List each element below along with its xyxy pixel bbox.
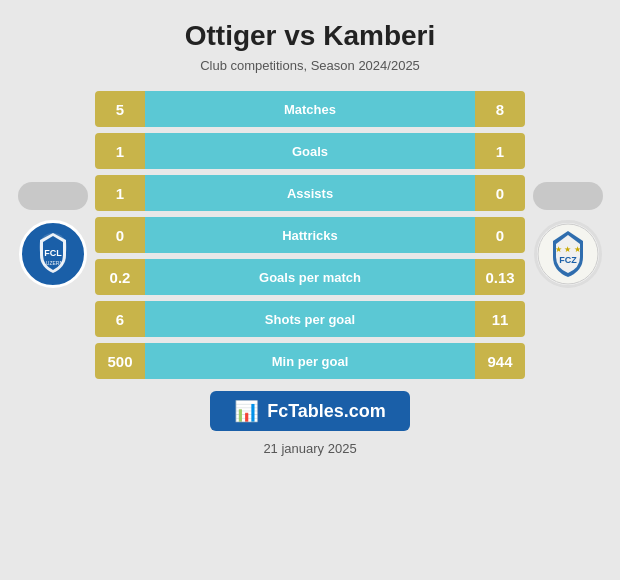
stat-label-shots-per-goal: Shots per goal (145, 301, 475, 337)
stat-right-hattricks: 0 (475, 217, 525, 253)
left-team-badge: FCL LUZERN (19, 220, 87, 288)
stat-row-hattricks: 0 Hattricks 0 (95, 217, 525, 253)
svg-text:FCZ: FCZ (559, 255, 577, 265)
svg-text:FCL: FCL (44, 248, 62, 258)
fctables-text: FcTables.com (267, 401, 386, 422)
chart-icon: 📊 (234, 399, 259, 423)
stat-right-min-per-goal: 944 (475, 343, 525, 379)
fcz-logo-svg: ★ ★ ★ FCZ (537, 223, 599, 285)
right-team-area: ★ ★ ★ FCZ (525, 182, 610, 288)
svg-text:★ ★ ★: ★ ★ ★ (555, 245, 580, 254)
stat-label-hattricks: Hattricks (145, 217, 475, 253)
stat-row-matches: 5 Matches 8 (95, 91, 525, 127)
fcl-logo-svg: FCL LUZERN (22, 223, 84, 285)
stat-row-shots-per-goal: 6 Shots per goal 11 (95, 301, 525, 337)
stat-row-assists: 1 Assists 0 (95, 175, 525, 211)
stats-container: 5 Matches 8 1 Goals 1 1 Assists 0 0 Hatt… (95, 91, 525, 379)
stat-left-min-per-goal: 500 (95, 343, 145, 379)
stat-left-assists: 1 (95, 175, 145, 211)
left-pill-top (18, 182, 88, 210)
page-title: Ottiger vs Kamberi (185, 20, 436, 52)
subtitle: Club competitions, Season 2024/2025 (200, 58, 420, 73)
stat-left-shots-per-goal: 6 (95, 301, 145, 337)
stat-left-goals-per-match: 0.2 (95, 259, 145, 295)
stat-left-goals: 1 (95, 133, 145, 169)
stat-label-goals: Goals (145, 133, 475, 169)
stat-left-hattricks: 0 (95, 217, 145, 253)
stat-right-goals: 1 (475, 133, 525, 169)
comparison-section: FCL LUZERN 5 Matches 8 1 Goals 1 1 Assis… (10, 91, 610, 379)
stat-left-matches: 5 (95, 91, 145, 127)
stat-row-goals: 1 Goals 1 (95, 133, 525, 169)
fctables-banner: 📊 FcTables.com (210, 391, 410, 431)
stat-row-min-per-goal: 500 Min per goal 944 (95, 343, 525, 379)
right-team-badge: ★ ★ ★ FCZ (534, 220, 602, 288)
stat-right-shots-per-goal: 11 (475, 301, 525, 337)
stat-label-assists: Assists (145, 175, 475, 211)
stat-row-goals-per-match: 0.2 Goals per match 0.13 (95, 259, 525, 295)
stat-right-goals-per-match: 0.13 (475, 259, 525, 295)
stat-right-assists: 0 (475, 175, 525, 211)
svg-text:LUZERN: LUZERN (42, 260, 62, 266)
stat-label-goals-per-match: Goals per match (145, 259, 475, 295)
stat-right-matches: 8 (475, 91, 525, 127)
date-text: 21 january 2025 (263, 441, 356, 456)
stat-label-min-per-goal: Min per goal (145, 343, 475, 379)
left-team-area: FCL LUZERN (10, 182, 95, 288)
right-pill-top (533, 182, 603, 210)
stat-label-matches: Matches (145, 91, 475, 127)
